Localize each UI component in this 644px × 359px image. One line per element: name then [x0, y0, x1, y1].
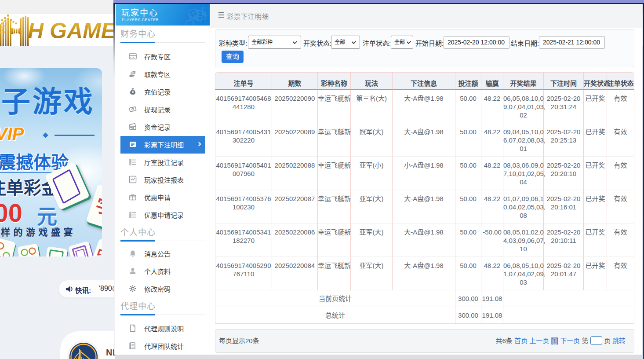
- svg-text:¥: ¥: [132, 90, 134, 94]
